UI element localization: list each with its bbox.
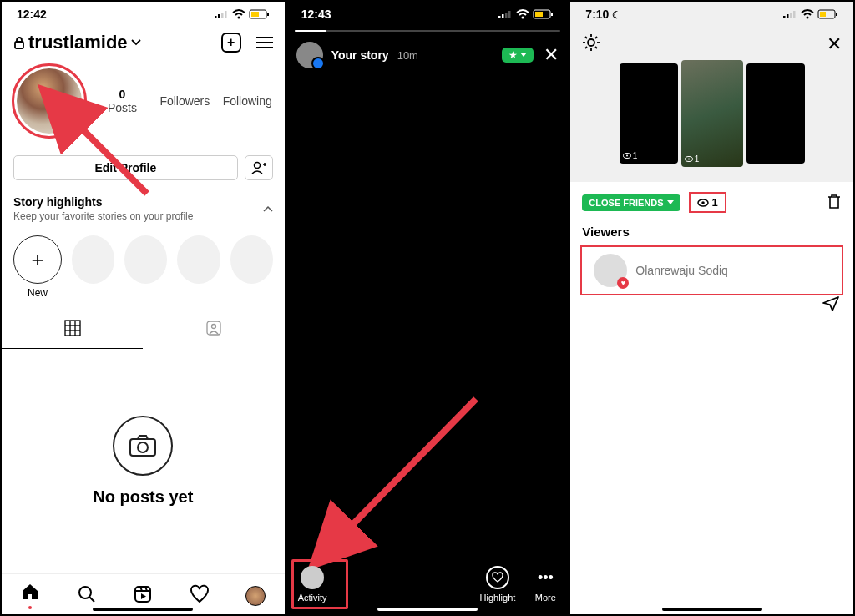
signal-icon bbox=[498, 10, 512, 18]
battery-icon bbox=[818, 9, 838, 19]
status-time: 12:42 bbox=[17, 8, 47, 21]
story-thumb-active[interactable]: 1 bbox=[681, 60, 743, 167]
svg-point-57 bbox=[701, 201, 705, 204]
viewer-item[interactable]: ♥ Olanrewaju Sodiq bbox=[580, 245, 843, 295]
notification-dot bbox=[28, 606, 32, 609]
highlight-placeholder bbox=[230, 235, 273, 284]
profile-avatar-small bbox=[245, 586, 266, 606]
svg-rect-0 bbox=[215, 16, 217, 18]
story-screen: 12:43 Your story 10m ★ ✕ bbox=[286, 1, 570, 615]
svg-rect-6 bbox=[251, 12, 259, 17]
menu-button[interactable] bbox=[256, 37, 273, 48]
views-number: 1 bbox=[712, 196, 718, 209]
close-friends-pill[interactable]: CLOSE FRIENDS bbox=[582, 194, 680, 211]
svg-rect-3 bbox=[225, 11, 227, 18]
more-button[interactable]: ••• More bbox=[534, 566, 557, 603]
close-button[interactable]: ✕ bbox=[544, 44, 559, 66]
highlight-button[interactable]: Highlight bbox=[480, 566, 516, 603]
status-bar: 12:42 bbox=[2, 2, 285, 27]
profile-avatar[interactable] bbox=[12, 63, 87, 139]
highlights-row: + New bbox=[2, 225, 285, 304]
status-bar: 12:43 bbox=[286, 2, 569, 27]
reels-icon bbox=[134, 585, 152, 603]
home-indicator bbox=[662, 608, 762, 611]
svg-rect-38 bbox=[793, 11, 796, 18]
profile-tabs bbox=[2, 311, 285, 349]
svg-rect-22 bbox=[135, 587, 150, 602]
wifi-icon bbox=[801, 9, 814, 19]
following-stat[interactable]: Following bbox=[220, 94, 275, 108]
svg-line-48 bbox=[585, 37, 587, 38]
username-dropdown[interactable]: trustlamide bbox=[13, 32, 141, 53]
chevron-down-icon bbox=[131, 38, 141, 47]
highlights-section: Story highlights Keep your favorite stor… bbox=[2, 187, 285, 225]
svg-line-49 bbox=[595, 47, 597, 48]
close-button[interactable]: ✕ bbox=[827, 33, 842, 57]
svg-rect-32 bbox=[535, 12, 543, 17]
highlight-new-button[interactable]: + bbox=[13, 235, 62, 284]
svg-point-17 bbox=[212, 325, 216, 329]
battery-icon bbox=[250, 9, 270, 19]
status-right bbox=[215, 9, 270, 19]
svg-rect-42 bbox=[836, 13, 837, 16]
empty-text: No posts yet bbox=[93, 487, 193, 507]
share-button[interactable] bbox=[822, 295, 840, 316]
svg-rect-33 bbox=[551, 13, 553, 16]
svg-rect-7 bbox=[267, 13, 269, 16]
story-progress bbox=[295, 30, 561, 32]
svg-rect-27 bbox=[502, 14, 504, 18]
svg-rect-26 bbox=[498, 16, 501, 18]
chevron-down-icon bbox=[667, 200, 674, 205]
empty-state: No posts yet bbox=[2, 349, 285, 573]
edit-profile-button[interactable]: Edit Profile bbox=[13, 155, 238, 180]
svg-rect-28 bbox=[505, 13, 508, 18]
nav-search[interactable] bbox=[76, 585, 98, 607]
create-button[interactable]: + bbox=[221, 33, 241, 53]
svg-rect-35 bbox=[783, 16, 786, 18]
settings-button[interactable] bbox=[582, 33, 600, 57]
viewers-heading: Viewers bbox=[570, 223, 853, 245]
moon-icon: ☾ bbox=[612, 9, 621, 21]
delete-button[interactable] bbox=[827, 193, 842, 213]
nav-reels[interactable] bbox=[132, 585, 154, 607]
lock-icon bbox=[13, 36, 25, 49]
tab-tagged[interactable] bbox=[143, 311, 284, 349]
nav-home[interactable] bbox=[19, 583, 41, 609]
username-text: trustlamide bbox=[28, 32, 128, 53]
posts-stat[interactable]: 0 Posts bbox=[95, 88, 149, 114]
close-friends-badge[interactable]: ★ bbox=[502, 48, 534, 63]
eye-icon bbox=[685, 156, 693, 162]
signal-icon bbox=[783, 10, 797, 18]
svg-rect-8 bbox=[15, 42, 23, 48]
eye-icon bbox=[623, 153, 631, 159]
svg-point-19 bbox=[138, 442, 148, 452]
viewer-avatar: ♥ bbox=[594, 254, 627, 287]
nav-activity[interactable] bbox=[189, 585, 210, 607]
send-icon bbox=[822, 295, 840, 312]
views-count: 1 bbox=[623, 151, 638, 160]
home-indicator bbox=[93, 608, 193, 611]
story-header: Your story 10m ★ ✕ bbox=[286, 35, 569, 75]
chevron-up-icon[interactable] bbox=[263, 204, 273, 213]
highlight-placeholder bbox=[72, 235, 114, 284]
story-avatar[interactable] bbox=[296, 42, 323, 68]
tab-grid[interactable] bbox=[2, 311, 143, 349]
svg-rect-36 bbox=[787, 14, 789, 18]
svg-line-21 bbox=[89, 597, 94, 602]
svg-rect-41 bbox=[820, 12, 826, 17]
more-icon: ••• bbox=[534, 566, 557, 589]
story-content[interactable] bbox=[286, 75, 569, 558]
status-time: 12:43 bbox=[301, 8, 331, 21]
gear-icon bbox=[582, 33, 600, 52]
battery-icon bbox=[534, 9, 554, 19]
story-thumb[interactable] bbox=[746, 63, 805, 164]
discover-people-button[interactable] bbox=[245, 155, 273, 180]
heart-icon bbox=[190, 585, 210, 603]
followers-stat[interactable]: Followers bbox=[158, 94, 212, 108]
viewers-top: ✕ bbox=[570, 27, 853, 63]
nav-profile[interactable] bbox=[245, 586, 267, 606]
svg-rect-1 bbox=[218, 14, 220, 18]
story-thumb[interactable]: 1 bbox=[620, 63, 678, 164]
views-pill[interactable]: 1 bbox=[689, 192, 726, 213]
heart-icon bbox=[492, 573, 503, 583]
